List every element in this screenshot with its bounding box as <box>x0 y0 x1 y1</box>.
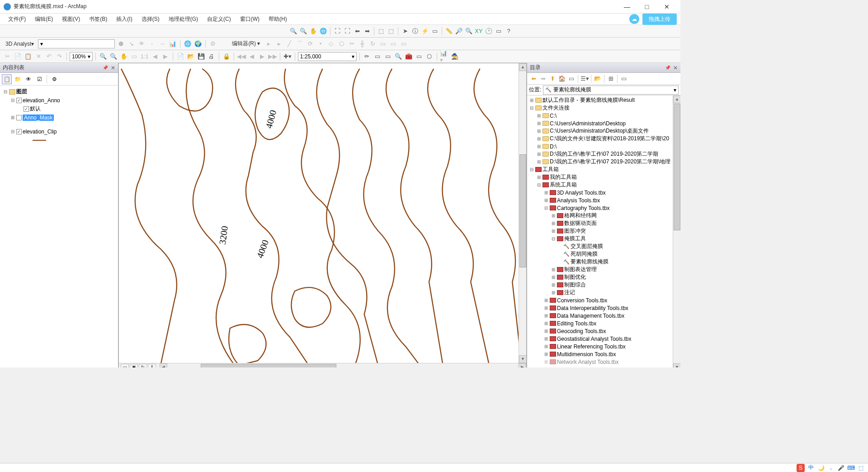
paste-icon[interactable]: 📋 <box>24 52 33 61</box>
menu-help[interactable]: 帮助(H) <box>264 14 292 24</box>
close-button[interactable]: ✕ <box>657 0 677 13</box>
tree-item[interactable]: ⊞3D Analyst Tools.tbx <box>527 189 680 196</box>
search-window-icon[interactable]: 🔍 <box>394 52 403 61</box>
pin-icon[interactable]: 📌 <box>665 65 670 70</box>
pin-icon[interactable]: 📌 <box>103 65 108 70</box>
steepest-path-icon[interactable]: ↘ <box>127 39 136 48</box>
toggle-contents-icon[interactable]: ⊞ <box>606 74 615 83</box>
tree-item[interactable]: ⊞图形冲突 <box>527 227 680 235</box>
select-features-icon[interactable]: ⬚ <box>377 27 386 36</box>
trace-icon[interactable]: ⟳ <box>306 39 315 48</box>
tree-item[interactable]: ⊞Editing Tools.tbx <box>527 319 680 327</box>
visibility-checkbox[interactable] <box>16 98 22 103</box>
los-icon[interactable]: 👁 <box>137 39 146 48</box>
tree-item[interactable]: ⊞Analysis Tools.tbx <box>527 196 680 204</box>
layout-view-button[interactable]: ▣ <box>130 364 138 367</box>
menu-geoprocessing[interactable]: 地理处理(G) <box>164 14 203 24</box>
toc-layer-mask[interactable]: ⊞ Anno_Mask <box>1 113 117 122</box>
zoom-out-icon[interactable]: 🔍 <box>299 27 308 36</box>
html-popup-icon[interactable]: ▭ <box>430 27 439 36</box>
tree-tool[interactable]: 🔨死胡同掩膜 <box>527 250 680 258</box>
python-icon[interactable]: ▭ <box>415 52 424 61</box>
expand-icon[interactable]: ⊞ <box>10 115 15 120</box>
collapse-icon[interactable]: ⊟ <box>10 98 15 103</box>
horizontal-scrollbar[interactable]: ▭ ▣ ↻ ∥ ◀ ▶ <box>119 363 526 367</box>
tree-item[interactable]: ⊟系统工具箱 <box>527 181 680 189</box>
scroll-up-icon[interactable]: ▲ <box>673 95 680 103</box>
identify-icon[interactable]: ⓘ <box>410 27 420 36</box>
copy-icon[interactable]: 📄 <box>13 52 22 61</box>
attributes-icon[interactable]: ▭ <box>378 39 387 48</box>
tree-item[interactable]: ⊟文件夹连接 <box>527 104 680 112</box>
zoom-percent-combo[interactable]: 100% ▾ <box>70 52 93 61</box>
tree-tool[interactable]: 🔨要素轮廓线掩膜 <box>527 258 680 266</box>
scroll-thumb[interactable] <box>674 104 680 230</box>
visibility-checkbox[interactable] <box>24 106 29 112</box>
collapse-icon[interactable]: ⊟ <box>10 129 15 134</box>
editor-toolbar-icon[interactable]: ✏ <box>363 52 372 61</box>
edit-vertices-icon[interactable]: ◇ <box>326 39 335 48</box>
tree-item[interactable]: ⊞Conversion Tools.tbx <box>527 296 680 304</box>
tree-item[interactable]: ⊞Network Analyst Tools.tbx <box>527 358 680 366</box>
cut-icon[interactable]: ✂ <box>3 52 12 61</box>
find-icon[interactable]: 🔎 <box>454 27 463 36</box>
connect-folder-icon[interactable]: 📂 <box>593 74 602 83</box>
tree-item[interactable]: ⊞制图表达管理 <box>527 266 680 273</box>
forward-icon[interactable]: ➡ <box>363 27 372 36</box>
sketch-props-icon[interactable]: ▭ <box>389 39 398 48</box>
scroll-thumb[interactable] <box>201 364 336 368</box>
editor-dropdown[interactable]: 编辑器(R) ▾ <box>229 39 263 48</box>
pan-icon[interactable]: ✋ <box>309 27 318 36</box>
catalog-window-icon[interactable]: ▭ <box>383 52 392 61</box>
vertical-scrollbar[interactable]: ▲ ▼ <box>519 63 526 363</box>
menu-insert[interactable]: 插入(I) <box>112 14 137 24</box>
tree-item[interactable]: ⊞Geocoding Tools.tbx <box>527 327 680 335</box>
zoom-in-icon[interactable]: 🔍 <box>289 27 298 36</box>
options-icon[interactable]: ⚙ <box>49 74 59 84</box>
dropdown-icon[interactable]: ▾ <box>674 87 676 93</box>
model-builder-icon[interactable]: ⬡ <box>425 52 434 61</box>
tree-item[interactable]: ⊞Geostatistical Analyst Tools.tbx <box>527 335 680 343</box>
layout-back-icon[interactable]: ◀ <box>151 52 160 61</box>
hyperlink-icon[interactable]: ⚡ <box>420 27 429 36</box>
tree-item[interactable]: ⊞C:\Users\Administrator\Desktop\桌面文件 <box>527 127 680 135</box>
list-by-drawing-order-icon[interactable]: 📋 <box>2 74 12 84</box>
open-icon[interactable]: 📂 <box>186 52 195 61</box>
menu-file[interactable]: 文件(F) <box>4 14 30 24</box>
list-by-visibility-icon[interactable]: 👁 <box>24 74 33 84</box>
pause-button[interactable]: ∥ <box>148 364 156 367</box>
menu-edit[interactable]: 编辑(E) <box>30 14 57 24</box>
reshape-icon[interactable]: ⬡ <box>337 39 346 48</box>
options-icon[interactable]: ▭ <box>619 74 628 83</box>
layout-pan-icon[interactable]: ✋ <box>119 52 128 61</box>
tree-item[interactable]: ⊞默认工作目录 - 要素轮廓线掩膜\Result <box>527 96 680 104</box>
toc-layer-anno[interactable]: ⊟ elevation_Anno <box>1 96 117 105</box>
tree-item[interactable]: ⊞制图综合 <box>527 281 680 289</box>
list-by-selection-icon[interactable]: ☑ <box>34 74 44 84</box>
toc-icon[interactable]: ▭ <box>373 52 382 61</box>
cut-polygons-icon[interactable]: ✂ <box>347 39 356 48</box>
layout-whole-icon[interactable]: ▭ <box>130 52 139 61</box>
find-route-icon[interactable]: 🔍 <box>464 27 473 36</box>
help-icon[interactable]: ? <box>504 27 513 36</box>
clear-selection-icon[interactable]: ⬚ <box>387 27 396 36</box>
tree-item[interactable]: ⊞我的工具箱 <box>527 173 680 181</box>
data-view-button[interactable]: ▭ <box>121 364 129 367</box>
close-icon[interactable]: ✕ <box>111 65 115 71</box>
layout-zoom-out-icon[interactable]: 🔍 <box>109 52 118 61</box>
new-icon[interactable]: 📄 <box>176 52 185 61</box>
go-to-xy-icon[interactable]: XY <box>474 27 483 36</box>
back-icon[interactable]: ⬅ <box>529 74 538 83</box>
toc-symbol-line[interactable] <box>1 136 117 144</box>
scroll-right-icon[interactable]: ▶ <box>519 363 526 368</box>
time-slider-icon[interactable]: 🕐 <box>484 27 493 36</box>
refresh-button[interactable]: ↻ <box>139 364 147 367</box>
undo-icon[interactable]: ↶ <box>44 52 53 61</box>
fixed-zoom-out-icon[interactable]: ⛶ <box>343 27 352 36</box>
tree-item[interactable]: ⊞数据驱动页面 <box>527 219 680 227</box>
tree-item[interactable]: ⊞Linear Referencing Tools.tbx <box>527 343 680 350</box>
back-icon[interactable]: ⬅ <box>353 27 362 36</box>
ddp-first-icon[interactable]: ◀◀ <box>237 52 246 61</box>
save-icon[interactable]: 💾 <box>197 52 206 61</box>
layout-100-icon[interactable]: 1:1 <box>140 52 149 61</box>
